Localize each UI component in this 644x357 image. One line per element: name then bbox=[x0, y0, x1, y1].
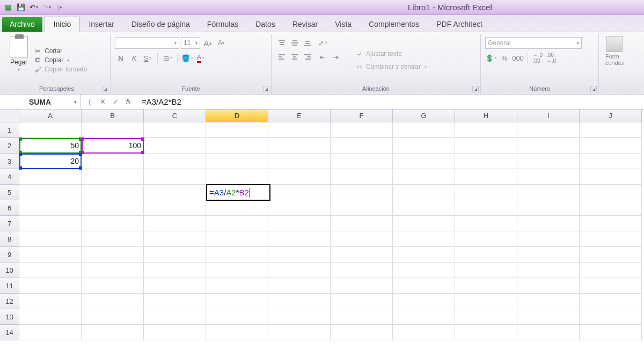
cell-h1[interactable] bbox=[455, 122, 517, 138]
cell-a6[interactable] bbox=[19, 200, 82, 216]
cell-b12[interactable] bbox=[82, 294, 144, 309]
cell-h5[interactable] bbox=[455, 185, 517, 200]
cell-f13[interactable] bbox=[331, 309, 393, 325]
insert-function-button[interactable]: fx bbox=[122, 97, 134, 107]
cell-e1[interactable] bbox=[268, 122, 331, 138]
cell-a13[interactable] bbox=[19, 309, 82, 325]
cell-h4[interactable] bbox=[455, 169, 517, 185]
cell-j10[interactable] bbox=[580, 263, 642, 278]
row-header-14[interactable]: 14 bbox=[0, 325, 19, 340]
row-header-8[interactable]: 8 bbox=[0, 231, 19, 247]
shrink-font-icon[interactable]: A▾ bbox=[215, 37, 227, 49]
cell-f8[interactable] bbox=[331, 231, 393, 247]
cell-j12[interactable] bbox=[580, 294, 642, 309]
cell-d2[interactable] bbox=[206, 138, 268, 154]
font-color-button[interactable]: A bbox=[195, 52, 207, 64]
number-format-combo[interactable]: General bbox=[485, 37, 582, 49]
cell-i7[interactable] bbox=[517, 216, 580, 231]
conditional-formatting-button[interactable]: Form condici bbox=[603, 35, 626, 67]
formula-bar[interactable]: =A3/A2*B2 bbox=[137, 94, 644, 109]
cell-c7[interactable] bbox=[144, 216, 206, 231]
cell-i14[interactable] bbox=[517, 325, 580, 340]
indent-increase-icon[interactable]: ⇥ bbox=[330, 51, 341, 63]
accounting-format-icon[interactable]: 💲 bbox=[485, 52, 497, 64]
font-family-combo[interactable] bbox=[115, 37, 179, 49]
cell-c14[interactable] bbox=[144, 325, 206, 340]
cell-d13[interactable] bbox=[206, 309, 268, 325]
cell-j4[interactable] bbox=[580, 169, 642, 185]
cell-f9[interactable] bbox=[331, 247, 393, 263]
cell-f2[interactable] bbox=[331, 138, 393, 154]
increase-decimal-icon[interactable]: ←.0.00 bbox=[532, 52, 544, 64]
cell-c12[interactable] bbox=[144, 294, 206, 309]
cell-g2[interactable] bbox=[393, 138, 455, 154]
cell-b8[interactable] bbox=[82, 231, 144, 247]
row-header-10[interactable]: 10 bbox=[0, 263, 19, 278]
enter-formula-button[interactable]: ✓ bbox=[109, 97, 121, 107]
cell-h13[interactable] bbox=[455, 309, 517, 325]
comma-format-icon[interactable]: 000 bbox=[512, 52, 524, 64]
cell-g13[interactable] bbox=[393, 309, 455, 325]
cell-i2[interactable] bbox=[517, 138, 580, 154]
copy-button[interactable]: ⧉ Copiar ▾ bbox=[33, 56, 87, 64]
name-box[interactable]: SUMA bbox=[0, 94, 80, 109]
cell-i9[interactable] bbox=[517, 247, 580, 263]
cell-a2[interactable]: 50 bbox=[19, 138, 82, 154]
col-header-j[interactable]: J bbox=[580, 110, 642, 122]
bold-button[interactable]: N bbox=[115, 52, 127, 64]
cell-c10[interactable] bbox=[144, 263, 206, 278]
cell-i13[interactable] bbox=[517, 309, 580, 325]
row-header-12[interactable]: 12 bbox=[0, 294, 19, 309]
cell-a5[interactable] bbox=[19, 185, 82, 200]
indent-decrease-icon[interactable]: ⇤ bbox=[317, 51, 328, 63]
cell-f4[interactable] bbox=[331, 169, 393, 185]
cell-g14[interactable] bbox=[393, 325, 455, 340]
paste-button[interactable]: Pegar ▾ bbox=[8, 35, 30, 85]
cell-g4[interactable] bbox=[393, 169, 455, 185]
cell-e2[interactable] bbox=[268, 138, 331, 154]
cell-e14[interactable] bbox=[268, 325, 331, 340]
align-center-icon[interactable] bbox=[289, 51, 301, 63]
editing-cell-d5[interactable]: =A3/A2*B2 bbox=[206, 184, 270, 201]
row-header-7[interactable]: 7 bbox=[0, 216, 19, 231]
alignment-dialog-launcher[interactable]: ◢ bbox=[472, 86, 479, 92]
cell-e11[interactable] bbox=[268, 278, 331, 294]
merge-center-button[interactable]: ⇿ Combinar y centrar ▾ bbox=[355, 63, 427, 70]
cell-d6[interactable] bbox=[206, 200, 268, 216]
cell-a1[interactable] bbox=[19, 122, 82, 138]
qat-customize-icon[interactable]: │▾ bbox=[54, 2, 65, 13]
cell-e3[interactable] bbox=[268, 154, 331, 169]
cell-e5[interactable] bbox=[268, 185, 331, 200]
cell-b14[interactable] bbox=[82, 325, 144, 340]
tab-revisar[interactable]: Revisar bbox=[284, 17, 326, 32]
cell-b2[interactable]: 100 bbox=[82, 138, 144, 154]
cell-i6[interactable] bbox=[517, 200, 580, 216]
cell-f7[interactable] bbox=[331, 216, 393, 231]
col-header-g[interactable]: G bbox=[393, 110, 455, 122]
cell-g5[interactable] bbox=[393, 185, 455, 200]
tab-inicio[interactable]: Inicio bbox=[45, 17, 80, 32]
cell-a10[interactable] bbox=[19, 263, 82, 278]
cell-i5[interactable] bbox=[517, 185, 580, 200]
cell-c1[interactable] bbox=[144, 122, 206, 138]
cell-d9[interactable] bbox=[206, 247, 268, 263]
cell-e4[interactable] bbox=[268, 169, 331, 185]
cell-a9[interactable] bbox=[19, 247, 82, 263]
cell-b10[interactable] bbox=[82, 263, 144, 278]
underline-button[interactable]: S bbox=[142, 52, 153, 64]
row-header-3[interactable]: 3 bbox=[0, 154, 19, 169]
cell-f3[interactable] bbox=[331, 154, 393, 169]
tab-insertar[interactable]: Insertar bbox=[80, 17, 122, 32]
align-middle-icon[interactable] bbox=[289, 37, 301, 49]
cell-e9[interactable] bbox=[268, 247, 331, 263]
cell-f10[interactable] bbox=[331, 263, 393, 278]
cell-c5[interactable] bbox=[144, 185, 206, 200]
cell-f14[interactable] bbox=[331, 325, 393, 340]
cell-i1[interactable] bbox=[517, 122, 580, 138]
cell-g7[interactable] bbox=[393, 216, 455, 231]
cell-d14[interactable] bbox=[206, 325, 268, 340]
cell-d3[interactable] bbox=[206, 154, 268, 169]
cell-f12[interactable] bbox=[331, 294, 393, 309]
cell-g10[interactable] bbox=[393, 263, 455, 278]
cell-d10[interactable] bbox=[206, 263, 268, 278]
